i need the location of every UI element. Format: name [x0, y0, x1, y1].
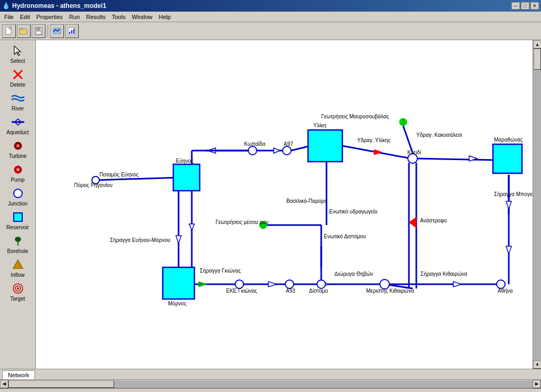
target-label: Target — [11, 296, 25, 302]
delete-icon — [11, 67, 25, 82]
svg-text:Κλειδί: Κλειδί — [407, 150, 422, 155]
svg-text:Σήραγγα Ευήνου-Μόρνου: Σήραγγα Ευήνου-Μόρνου — [110, 237, 170, 243]
sidebar-item-reservoir[interactable]: Reservoir — [1, 209, 35, 231]
svg-rect-5 — [36, 31, 41, 34]
svg-point-71 — [317, 280, 325, 288]
svg-text:Σήραγγα Μπογιατίου: Σήραγγα Μπογιατίου — [494, 191, 533, 197]
scroll-right-button[interactable]: ▶ — [533, 380, 541, 388]
menubar: File Edit Properties Run Results Tools W… — [0, 12, 541, 22]
svg-text:Γεωτρήσεις Μαυροσουβάλας: Γεωτρήσεις Μαυροσουβάλας — [321, 114, 389, 119]
vertical-scrollbar[interactable]: ▲ ▼ — [533, 40, 541, 369]
map-button[interactable] — [50, 24, 64, 38]
close-button[interactable]: ✕ — [530, 2, 539, 10]
borehole-label: Borehole — [7, 248, 28, 254]
scroll-track[interactable] — [533, 49, 541, 360]
sidebar-item-aqueduct[interactable]: Aqueduct — [1, 114, 35, 136]
svg-rect-4 — [36, 27, 40, 30]
hscroll-thumb[interactable] — [8, 380, 114, 388]
svg-marker-24 — [13, 260, 23, 268]
open-button[interactable] — [17, 24, 31, 38]
svg-point-73 — [497, 280, 505, 288]
svg-marker-35 — [374, 150, 382, 155]
inflow-label: Inflow — [11, 272, 24, 278]
svg-marker-30 — [189, 224, 194, 230]
svg-text:Δίστομο: Δίστομο — [309, 288, 328, 294]
svg-marker-55 — [321, 282, 329, 287]
minimize-button[interactable]: ─ — [511, 2, 520, 10]
svg-line-28 — [96, 178, 179, 180]
svg-text:Μόρνος: Μόρνος — [168, 301, 186, 306]
sidebar-item-select[interactable]: Select — [1, 42, 35, 65]
svg-marker-48 — [409, 217, 416, 228]
svg-point-22 — [15, 237, 21, 241]
svg-text:Υδραγ. Κακοσάλεσι: Υδραγ. Κακοσάλεσι — [416, 132, 462, 138]
svg-text:ΕΚΕ Γκιώνας: ΕΚΕ Γκιώνας — [226, 288, 257, 294]
sidebar-item-delete[interactable]: Delete — [1, 66, 35, 89]
menu-help[interactable]: Help — [156, 13, 174, 21]
svg-rect-75 — [173, 164, 200, 191]
chart-button[interactable] — [65, 24, 79, 38]
sidebar-item-pump[interactable]: Pump — [1, 161, 35, 184]
menu-run[interactable]: Run — [66, 13, 83, 21]
pump-label: Pump — [11, 177, 24, 183]
svg-rect-10 — [73, 29, 74, 34]
svg-text:Μεριστής Κιθαιρώνα: Μεριστής Κιθαιρώνα — [366, 288, 414, 294]
sidebar: Select Delete River Aqueduct — [0, 40, 36, 369]
menu-results[interactable]: Results — [83, 13, 109, 21]
scroll-down-button[interactable]: ▼ — [533, 360, 541, 369]
svg-point-66 — [408, 154, 417, 163]
svg-text:Βασιλικά-Παρόρι: Βασιλικά-Παρόρι — [286, 198, 325, 204]
menu-edit[interactable]: Edit — [17, 13, 33, 21]
svg-text:Ενωτικό Διστόμου: Ενωτικό Διστόμου — [324, 234, 366, 239]
svg-text:Υδραγ. Υλίκης: Υδραγ. Υλίκης — [357, 137, 391, 143]
save-button[interactable] — [32, 24, 45, 38]
svg-text:Υλίκη: Υλίκη — [313, 123, 326, 128]
inflow-icon — [11, 257, 25, 272]
titlebar-left: 💧 Hydronomeas - athens_model1 — [2, 2, 106, 10]
sidebar-item-target[interactable]: Target — [1, 280, 35, 303]
menu-tools[interactable]: Tools — [109, 13, 129, 21]
statusbar: Idle X: 4 Y: 260 — [0, 388, 541, 392]
river-icon — [11, 91, 25, 106]
svg-text:Ποταμός Εύηνος: Ποταμός Εύηνος — [99, 172, 138, 178]
scroll-up-button[interactable]: ▲ — [533, 40, 541, 49]
titlebar-controls: ─ □ ✕ — [511, 2, 539, 10]
sidebar-item-river[interactable]: River — [1, 90, 35, 113]
menu-window[interactable]: Window — [128, 13, 155, 21]
new-button[interactable] — [2, 24, 16, 38]
tab-network[interactable]: Network — [2, 370, 35, 379]
svg-line-36 — [403, 126, 413, 154]
titlebar: 💧 Hydronomeas - athens_model1 ─ □ ✕ — [0, 0, 541, 12]
horizontal-scrollbar[interactable]: ◀ ▶ — [0, 379, 541, 388]
sidebar-item-inflow[interactable]: Inflow — [1, 256, 35, 279]
scroll-left-button[interactable]: ◀ — [0, 380, 8, 388]
tab-bar: Network — [0, 369, 541, 379]
maximize-button[interactable]: □ — [521, 2, 529, 10]
menu-file[interactable]: File — [1, 13, 17, 21]
svg-text:Γεωτρήσεις μέσου ρου: Γεωτρήσεις μέσου ρου — [216, 219, 268, 225]
canvas-area[interactable]: Γεωτρήσεις Μαυροσουβάλας Υλίκη Υδραγ. Υλ… — [36, 40, 533, 369]
svg-text:Διώρυγα Θηβών: Διώρυγα Θηβών — [334, 271, 373, 277]
scroll-thumb[interactable] — [534, 49, 541, 70]
svg-line-57 — [385, 284, 413, 288]
window-title: Hydronomeas - athens_model1 — [12, 2, 106, 10]
svg-text:Αθήνα: Αθήνα — [498, 288, 513, 294]
sidebar-item-junction[interactable]: Junction — [1, 185, 35, 208]
svg-point-68 — [399, 118, 407, 126]
svg-text:Εύηνος: Εύηνος — [176, 158, 193, 164]
app-icon: 💧 — [2, 2, 10, 10]
sidebar-item-borehole[interactable]: Borehole — [1, 232, 35, 255]
sidebar-item-turbine[interactable]: Turbine — [1, 137, 35, 160]
svg-point-65 — [283, 146, 291, 155]
hscroll-track[interactable] — [8, 380, 533, 388]
svg-text:Σήραγγα Κιθαιρώνα: Σήραγγα Κιθαιρώνα — [421, 271, 468, 277]
svg-point-63 — [92, 176, 99, 184]
svg-marker-59 — [176, 236, 181, 244]
reservoir-label: Reservoir — [6, 225, 29, 230]
aqueduct-label: Aqueduct — [6, 129, 29, 135]
select-label: Select — [11, 58, 25, 64]
svg-point-72 — [380, 279, 389, 289]
pump-icon — [11, 162, 25, 177]
menu-properties[interactable]: Properties — [33, 13, 66, 21]
svg-point-69 — [235, 280, 244, 288]
